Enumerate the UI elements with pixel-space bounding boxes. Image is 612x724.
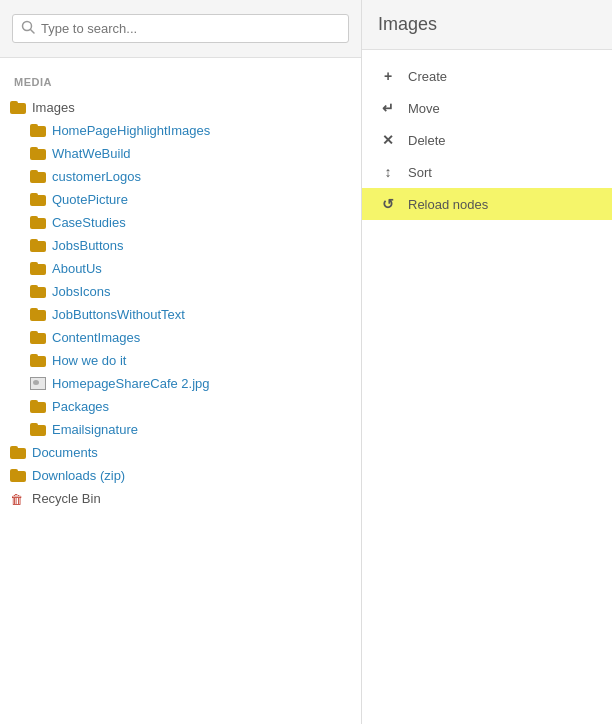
folder-icon (30, 308, 46, 321)
tree-item-label: HomepageShareCafe 2.jpg (52, 376, 210, 391)
tree-item-label: WhatWeBuild (52, 146, 131, 161)
folder-icon (30, 216, 46, 229)
tree-item-recyclebin[interactable]: 🗑Recycle Bin (0, 487, 361, 510)
folder-icon (30, 239, 46, 252)
image-icon (30, 377, 46, 390)
tree-item-downloads[interactable]: Downloads (zip) (0, 464, 361, 487)
left-panel: MEDIA ImagesHomePageHighlightImagesWhatW… (0, 0, 362, 724)
sort-icon: ↕ (378, 164, 398, 180)
reload-icon: ↺ (378, 196, 398, 212)
tree-item-customerlogos[interactable]: customerLogos (0, 165, 361, 188)
tree-item-homepagehighlightimages[interactable]: HomePageHighlightImages (0, 119, 361, 142)
tree-item-whatwebuild[interactable]: WhatWeBuild (0, 142, 361, 165)
tree-item-jobsicons[interactable]: JobsIcons (0, 280, 361, 303)
folder-icon (30, 331, 46, 344)
tree-item-label: Recycle Bin (32, 491, 101, 506)
tree-item-label: CaseStudies (52, 215, 126, 230)
tree-item-jobsbuttons[interactable]: JobsButtons (0, 234, 361, 257)
tree-item-howwedoit[interactable]: How we do it (0, 349, 361, 372)
tree-item-label: JobsButtons (52, 238, 124, 253)
tree-item-quotepicture[interactable]: QuotePicture (0, 188, 361, 211)
delete-icon: ✕ (378, 132, 398, 148)
tree-item-contentimages[interactable]: ContentImages (0, 326, 361, 349)
tree-item-label: Packages (52, 399, 109, 414)
folder-icon (30, 193, 46, 206)
tree-item-label: ContentImages (52, 330, 140, 345)
tree-item-label: HomePageHighlightImages (52, 123, 210, 138)
menu-item-reload[interactable]: ↺Reload nodes (362, 188, 612, 220)
folder-icon (30, 354, 46, 367)
folder-icon (30, 124, 46, 137)
menu-item-delete[interactable]: ✕Delete (362, 124, 612, 156)
folder-icon (30, 285, 46, 298)
menu-item-sort[interactable]: ↕Sort (362, 156, 612, 188)
reload-label: Reload nodes (408, 197, 488, 212)
tree-item-label: customerLogos (52, 169, 141, 184)
tree-item-casestudies[interactable]: CaseStudies (0, 211, 361, 234)
tree-item-emailsignature[interactable]: Emailsignature (0, 418, 361, 441)
tree-item-label: JobButtonsWithoutText (52, 307, 185, 322)
tree-item-label: QuotePicture (52, 192, 128, 207)
menu-item-create[interactable]: +Create (362, 60, 612, 92)
folder-icon (30, 147, 46, 160)
tree-item-aboutus[interactable]: AboutUs (0, 257, 361, 280)
context-menu: +Create↵Move✕Delete↕Sort↺Reload nodes (362, 50, 612, 724)
tree-item-label: Images (32, 100, 75, 115)
create-label: Create (408, 69, 447, 84)
tree-item-label: Emailsignature (52, 422, 138, 437)
right-panel-title: Images (362, 0, 612, 50)
search-input[interactable] (41, 21, 340, 36)
delete-label: Delete (408, 133, 446, 148)
folder-icon (10, 446, 26, 459)
tree-container: ImagesHomePageHighlightImagesWhatWeBuild… (0, 96, 361, 724)
right-panel: Images +Create↵Move✕Delete↕Sort↺Reload n… (362, 0, 612, 724)
tree-item-label: Downloads (zip) (32, 468, 125, 483)
svg-line-1 (31, 30, 35, 34)
folder-icon (30, 423, 46, 436)
tree-item-packages[interactable]: Packages (0, 395, 361, 418)
tree-item-label: How we do it (52, 353, 126, 368)
tree-item-images[interactable]: Images (0, 96, 361, 119)
create-icon: + (378, 68, 398, 84)
folder-icon (30, 400, 46, 413)
tree-item-label: Documents (32, 445, 98, 460)
search-input-wrapper[interactable] (12, 14, 349, 43)
move-icon: ↵ (378, 100, 398, 116)
tree-item-label: JobsIcons (52, 284, 111, 299)
move-label: Move (408, 101, 440, 116)
folder-icon (10, 101, 26, 114)
trash-icon: 🗑 (10, 492, 26, 506)
folder-icon (30, 170, 46, 183)
media-section-label: MEDIA (0, 58, 361, 96)
menu-item-move[interactable]: ↵Move (362, 92, 612, 124)
tree-item-jobbuttonswithouttext[interactable]: JobButtonsWithoutText (0, 303, 361, 326)
folder-icon (10, 469, 26, 482)
tree-item-label: AboutUs (52, 261, 102, 276)
folder-icon (30, 262, 46, 275)
search-icon (21, 20, 35, 37)
search-bar (0, 0, 361, 58)
tree-item-homepagesharecafe[interactable]: HomepageShareCafe 2.jpg (0, 372, 361, 395)
sort-label: Sort (408, 165, 432, 180)
tree-item-documents[interactable]: Documents (0, 441, 361, 464)
